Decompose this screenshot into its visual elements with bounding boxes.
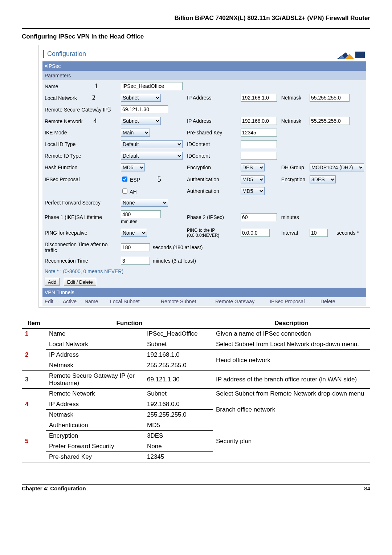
label-minutes-1: minutes bbox=[121, 219, 138, 224]
callout-3: 3 bbox=[108, 106, 111, 113]
col-ipsec-proposal: IPSec Proposal bbox=[268, 297, 318, 306]
svg-rect-0 bbox=[355, 52, 365, 58]
label-idcontent-1: IDContent bbox=[185, 138, 238, 150]
col-remote-subnet: Remote Subnet bbox=[159, 297, 213, 306]
label-local-network: Local Network bbox=[45, 95, 77, 101]
select-local-network[interactable]: Subnet bbox=[121, 94, 161, 102]
label-dh-group: DH Group bbox=[279, 162, 307, 173]
select-local-id-type[interactable]: Default bbox=[121, 140, 183, 148]
edit-delete-button[interactable]: Edit / Delete bbox=[64, 278, 96, 286]
label-remote-gw: Remote Secure Gatewáy IP bbox=[45, 107, 108, 113]
cell: Local Network bbox=[46, 339, 144, 350]
label-name: Name bbox=[45, 84, 58, 89]
cell: 255.255.255.0 bbox=[144, 410, 213, 420]
label-ping-to-ip: PING to the IP (0.0.0.0:NEVER) bbox=[185, 226, 238, 240]
input-interval[interactable] bbox=[310, 229, 328, 237]
cell: IP address of the branch office router (… bbox=[213, 371, 370, 389]
cell: IP Address bbox=[46, 399, 144, 410]
input-reconn-time[interactable] bbox=[121, 257, 150, 265]
cell: Select Subnet from Local Network drop-do… bbox=[213, 339, 370, 350]
header-rule bbox=[22, 28, 370, 29]
select-hash[interactable]: MD5 bbox=[121, 163, 145, 171]
add-button[interactable]: Add bbox=[45, 278, 60, 286]
select-auth-ah[interactable]: MD5 bbox=[241, 187, 265, 195]
callout-1: 1 bbox=[92, 82, 98, 90]
label-local-id-type: Local ID Type bbox=[42, 138, 119, 150]
select-auth-esp[interactable]: MD5 bbox=[241, 175, 265, 183]
cell: 3DES bbox=[144, 431, 213, 441]
item-1: 1 bbox=[22, 329, 46, 339]
label-netmask-2: Netmask bbox=[279, 115, 307, 127]
input-remote-idcontent[interactable] bbox=[241, 152, 277, 160]
select-remote-network[interactable]: Subnet bbox=[121, 117, 161, 125]
input-name[interactable] bbox=[121, 82, 183, 90]
label-minutes-2: minutes bbox=[279, 208, 366, 226]
label-interval: Interval bbox=[279, 226, 307, 240]
checkbox-esp[interactable] bbox=[122, 177, 127, 182]
parameters-bar: Parameters bbox=[42, 71, 366, 80]
callout-2: 2 bbox=[90, 94, 95, 102]
th-item: Item bbox=[22, 318, 46, 329]
item-3: 3 bbox=[22, 371, 46, 389]
label-seconds-star: seconds * bbox=[334, 226, 366, 240]
cell: Head office network bbox=[213, 350, 370, 371]
cell: Netmask bbox=[46, 410, 144, 420]
col-local-subnet: Local Subnet bbox=[108, 297, 159, 306]
label-auth-ah: Authentication bbox=[185, 185, 238, 197]
label-reconn-time: Reconnection Time bbox=[42, 255, 119, 267]
select-dh-group[interactable]: MODP1024 (DH2) bbox=[310, 163, 364, 171]
label-disc-time: Disconnection Time after no traffic bbox=[42, 240, 119, 255]
label-pfs: Perfect Forward Secrecy bbox=[42, 197, 119, 208]
label-ike-mode: IKE Mode bbox=[42, 127, 119, 138]
th-function: Function bbox=[46, 318, 213, 329]
input-ping-ip[interactable] bbox=[241, 229, 270, 237]
label-auth-esp: Authentication bbox=[185, 173, 238, 185]
input-phase2[interactable] bbox=[241, 213, 277, 221]
input-remote-ip[interactable] bbox=[241, 117, 277, 125]
label-encryption: Encryption bbox=[185, 162, 238, 173]
label-ip-address-2: IP Address bbox=[185, 115, 238, 127]
label-hash: Hash Function bbox=[42, 162, 119, 173]
cell: Select Subnet from Remote Network drop-d… bbox=[213, 389, 370, 399]
label-remote-network: Remote Network bbox=[45, 118, 82, 124]
input-phase1[interactable] bbox=[121, 210, 161, 218]
select-ike-mode[interactable]: Main bbox=[121, 129, 150, 137]
footer-page-number: 84 bbox=[364, 485, 370, 491]
input-remote-gw[interactable] bbox=[121, 105, 168, 113]
select-encryption[interactable]: DES bbox=[241, 163, 265, 171]
input-psk[interactable] bbox=[241, 129, 277, 137]
callout-4: 4 bbox=[91, 117, 97, 125]
select-remote-id-type[interactable]: Default bbox=[121, 152, 183, 160]
callout-5: 5 bbox=[158, 175, 161, 183]
label-phase1: Phase 1 (IKE)SA Lifetime bbox=[42, 208, 119, 226]
cell: MD5 bbox=[144, 420, 213, 431]
cell: Security plan bbox=[213, 420, 370, 462]
cell: Name bbox=[46, 329, 144, 339]
footer-left: Chapter 4: Configuration bbox=[22, 485, 86, 491]
cell: None bbox=[144, 441, 213, 452]
label-seconds-least: seconds (180 at least) bbox=[153, 244, 203, 250]
input-local-mask[interactable] bbox=[310, 94, 350, 102]
label-ah: AH bbox=[130, 189, 136, 195]
item-2: 2 bbox=[22, 339, 46, 371]
cell: 192.168.1.0 bbox=[144, 350, 213, 360]
ipsec-bar[interactable]: ▾IPSec bbox=[42, 61, 366, 71]
select-ping[interactable]: None bbox=[121, 229, 147, 237]
cell: 12345 bbox=[144, 452, 213, 462]
label-esp: ESP bbox=[130, 177, 140, 183]
select-pfs[interactable]: None bbox=[121, 199, 168, 207]
cell: Remote Network bbox=[46, 389, 144, 399]
input-local-ip[interactable] bbox=[241, 94, 277, 102]
item-5: 5 bbox=[22, 420, 46, 462]
th-description: Description bbox=[213, 318, 370, 329]
select-enc-esp[interactable]: 3DES bbox=[310, 175, 336, 183]
label-netmask: Netmask bbox=[279, 92, 307, 104]
cell: Given a name of IPSec connection bbox=[213, 329, 370, 339]
input-remote-mask[interactable] bbox=[310, 117, 350, 125]
checkbox-ah[interactable] bbox=[122, 189, 127, 194]
cell: Encryption bbox=[46, 431, 144, 441]
brand-logo bbox=[337, 50, 366, 60]
input-local-idcontent[interactable] bbox=[241, 140, 277, 148]
col-name: Name bbox=[82, 297, 108, 306]
input-disc-time[interactable] bbox=[121, 243, 150, 251]
